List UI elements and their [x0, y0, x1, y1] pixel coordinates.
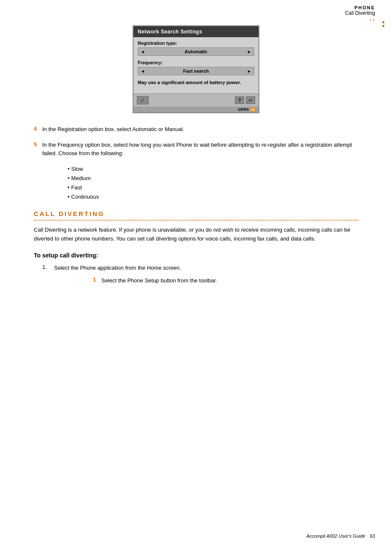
footer-right-buttons: ? ↵	[235, 96, 255, 104]
status-bar: GPRS 📶	[133, 107, 259, 112]
battery-warning: May use a significant amount of battery …	[138, 79, 254, 86]
help-button[interactable]: ?	[235, 96, 244, 104]
gprs-label: GPRS	[238, 107, 249, 112]
ordered-text-1: Select the Phone application from the Ho…	[54, 264, 181, 272]
list-item: Fast	[68, 183, 358, 192]
header-section: PHONE	[308, 5, 375, 10]
page-footer: Accompli A002 User's Guide 63	[306, 533, 375, 539]
step-4: 4 In the Registration option box, select…	[34, 125, 358, 134]
back-button[interactable]: ↵	[246, 96, 255, 104]
registration-label: Registration type:	[138, 41, 254, 46]
footer-page: 63	[370, 533, 375, 539]
ordered-num-1: 1.	[42, 264, 54, 270]
sub-step-1: 1 Select the Phone Setup button from the…	[93, 276, 358, 285]
left-arrow-icon: ◄	[141, 49, 145, 54]
call-diverting-description: Call Diverting is a network feature. If …	[34, 226, 358, 243]
frequency-selector[interactable]: ◄ Fast search ►	[138, 67, 254, 75]
registration-value: Automatic	[185, 49, 207, 54]
header-dots: • •	[308, 18, 375, 22]
call-diverting-heading: CALL DIVERTING	[34, 210, 358, 217]
ordered-step-1: 1. Select the Phone application from the…	[42, 264, 358, 272]
registration-selector[interactable]: ◄ Automatic ►	[138, 47, 254, 56]
freq-right-arrow-icon: ►	[247, 69, 251, 74]
step-4-num: 4	[34, 125, 42, 132]
confirm-button[interactable]: ✓	[137, 96, 149, 104]
margin-dot-2	[382, 25, 384, 27]
margin-dots	[382, 21, 384, 27]
header: PHONE Call Diverting • •	[308, 0, 392, 22]
step-4-text: In the Registration option box, select A…	[42, 125, 184, 134]
section-divider	[34, 220, 358, 221]
frequency-value: Fast search	[183, 68, 209, 74]
sub-step-text-1: Select the Phone Setup button from the t…	[101, 276, 217, 285]
list-item: Medium	[68, 174, 358, 183]
signal-icon: 📶	[250, 107, 255, 112]
header-subtitle: Call Diverting	[308, 10, 375, 16]
setup-heading: To setup call diverting:	[34, 252, 358, 259]
footer-brand: Accompli A002 User's Guide	[306, 533, 365, 539]
screen-footer: ✓ ? ↵	[133, 93, 259, 107]
frequency-label: Frequency:	[138, 60, 254, 65]
screen-titlebar: Network Search Settings	[133, 26, 259, 37]
frequency-options-list: Slow Medium Fast Continuous	[68, 164, 358, 202]
margin-dot-1	[382, 21, 384, 23]
step-5-text: In the Frequency option box, select how …	[42, 141, 358, 158]
step-5: 5 In the Frequency option box, select ho…	[34, 141, 358, 158]
list-item: Continuous	[68, 192, 358, 202]
freq-left-arrow-icon: ◄	[141, 69, 145, 74]
sub-step-num-1: 1	[93, 276, 101, 283]
step-5-num: 5	[34, 141, 42, 148]
main-content: Network Search Settings Registration typ…	[0, 0, 392, 323]
list-item: Slow	[68, 164, 358, 174]
device-screen: Network Search Settings Registration typ…	[133, 25, 259, 113]
right-arrow-icon: ►	[247, 49, 251, 54]
screenshot-container: Network Search Settings Registration typ…	[34, 25, 358, 113]
screen-body: Registration type: ◄ Automatic ► Frequen…	[133, 37, 259, 93]
